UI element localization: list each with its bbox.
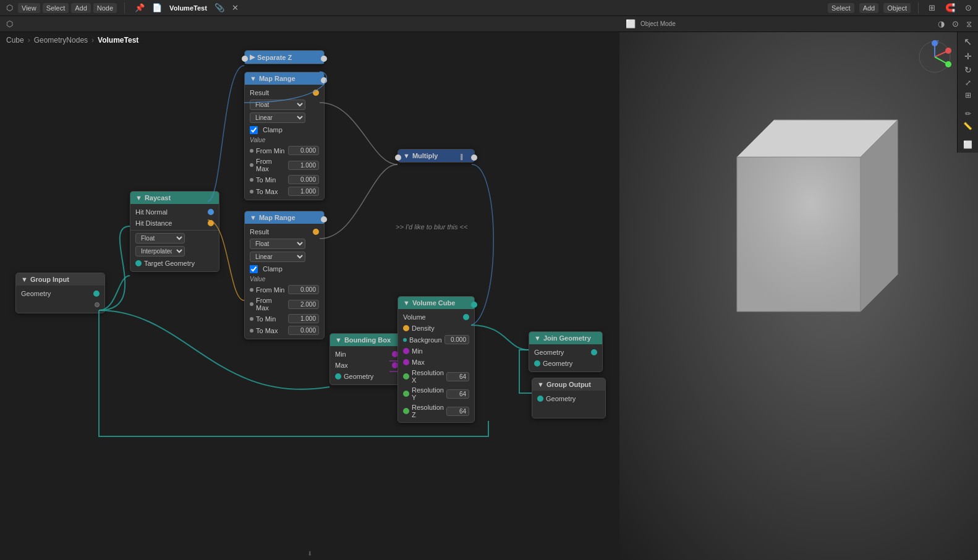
vc-max-label: Max	[412, 358, 469, 366]
from-max-row: From Max 1.000	[245, 156, 324, 174]
vc-resz-label: Resolution Z	[412, 404, 444, 418]
viewport-type-icon[interactable]: ⬜	[623, 18, 638, 30]
scale-tool[interactable]: ⤢	[963, 77, 974, 88]
node-menu[interactable]: Node	[93, 3, 117, 13]
scroll-hint: ⬇	[307, 550, 312, 557]
from-min-socket	[250, 149, 253, 153]
to-max-value[interactable]: 1.000	[288, 187, 319, 196]
result2-label: Result	[250, 228, 310, 235]
select-menu-node[interactable]: Select	[43, 3, 69, 13]
annotate-tool[interactable]: ✏	[963, 108, 974, 119]
measure-tool[interactable]: 📏	[961, 121, 975, 132]
to-max2-value[interactable]: 0.000	[288, 326, 319, 335]
viewport-xray-icon[interactable]: ⧖	[964, 18, 974, 30]
raycast-node: ▼ Raycast Hit Normal Hit Distance Float	[130, 191, 219, 272]
node-editor[interactable]: ⬡ Cube › GeometryNodes › VolumeTest	[0, 16, 619, 560]
divider	[130, 230, 219, 231]
bb-max-label: Max	[335, 362, 389, 369]
editor-type-btn[interactable]: ⬡	[4, 2, 15, 14]
transform-tool[interactable]: ⊞	[963, 90, 974, 101]
vc-bg-value[interactable]: 0.000	[444, 335, 469, 344]
from-min2-row: From Min 0.000	[245, 284, 324, 295]
from-min2-value[interactable]: 0.000	[288, 285, 319, 294]
to-max-label: To Max	[256, 188, 286, 195]
bounding-box-title: Bounding Box	[344, 336, 391, 344]
from-max-value[interactable]: 1.000	[288, 161, 319, 170]
join-geometry-title: Join Geometry	[543, 334, 591, 342]
join-geometry-collapse[interactable]: ▼	[534, 334, 541, 342]
breadcrumb-geometry-nodes[interactable]: GeometryNodes	[34, 36, 88, 45]
multiply-collapse[interactable]: ▼	[403, 152, 410, 159]
node-editor-type-icon[interactable]: ⬡	[4, 18, 15, 30]
to-min2-value[interactable]: 1.000	[288, 314, 319, 323]
interp-select[interactable]: Linear	[250, 112, 305, 123]
volume-cube-node: ▼ Volume Cube Volume Density Backgroun 0…	[398, 296, 475, 423]
float2-select[interactable]: Float	[250, 239, 305, 249]
vc-min-socket	[403, 348, 409, 354]
close-icon[interactable]: ✕	[229, 2, 241, 14]
select-btn-right[interactable]: Select	[828, 3, 854, 13]
cursor-tool[interactable]: ↖	[961, 35, 974, 49]
from-min2-label: From Min	[256, 286, 286, 294]
viewport-shading-solid[interactable]: ◑	[935, 18, 947, 30]
separate-z-title: Separate Z	[257, 54, 292, 61]
raycast-interp-select[interactable]: Interpolated	[135, 246, 185, 257]
go-empty-row	[532, 404, 605, 415]
to-min-value[interactable]: 0.000	[288, 175, 319, 184]
to-max-socket	[250, 190, 253, 193]
target-geo-label: Target Geometry	[144, 260, 214, 267]
raycast-collapse[interactable]: ▼	[135, 194, 142, 202]
global-transform-icon[interactable]: ⊞	[926, 2, 938, 14]
map-range-2-collapse[interactable]: ▼	[250, 214, 257, 221]
volume-cube-title: Volume Cube	[412, 299, 455, 307]
move-tool[interactable]: ✛	[962, 50, 974, 62]
gi-empty-row	[16, 299, 104, 310]
group-output-collapse[interactable]: ▼	[537, 381, 544, 388]
interp2-select[interactable]: Linear	[250, 252, 305, 262]
separate-z-collapse[interactable]: ▶	[250, 53, 255, 61]
result2-row: Result	[245, 226, 324, 237]
clamp2-checkbox[interactable]	[250, 265, 258, 273]
volume-cube-collapse[interactable]: ▼	[403, 299, 410, 307]
group-input-collapse[interactable]: ▼	[21, 276, 28, 283]
rotate-tool[interactable]: ↻	[962, 64, 974, 76]
float-select[interactable]: Float	[250, 100, 305, 110]
vc-resx-value[interactable]: 64	[446, 372, 469, 381]
group-input-header: ▼ Group Input	[16, 273, 104, 286]
object-btn-right[interactable]: Object	[883, 3, 911, 13]
to-max2-socket	[250, 329, 253, 333]
map-range-1-result-socket	[321, 77, 327, 83]
pin2-icon[interactable]: 📎	[212, 2, 227, 14]
add-btn-right[interactable]: Add	[859, 3, 879, 13]
snap-icon[interactable]: 🧲	[943, 2, 958, 14]
add-menu-node[interactable]: Add	[71, 3, 91, 13]
viewport-3d[interactable]: ⬜ Object Mode ◑ ⊙ ⧖	[619, 16, 978, 560]
group-output-header: ▼ Group Output	[532, 378, 605, 391]
divider-2	[918, 2, 919, 14]
view-menu[interactable]: View	[18, 3, 40, 13]
divider-1	[124, 2, 125, 14]
viewport-overlay-icon[interactable]: ⊙	[950, 18, 961, 30]
breadcrumb-cube[interactable]: Cube	[6, 36, 24, 45]
from-max2-label: From Max	[256, 297, 286, 312]
to-min2-row: To Min 1.000	[245, 313, 324, 325]
vc-resz-value[interactable]: 64	[446, 407, 469, 416]
multiply-mode: ∥	[460, 153, 463, 160]
group-input-title: Group Input	[30, 276, 69, 283]
proportional-icon[interactable]: ⊙	[963, 2, 974, 14]
clamp-checkbox[interactable]	[250, 126, 258, 134]
map-range-1-collapse[interactable]: ▼	[250, 75, 257, 82]
bounding-box-collapse[interactable]: ▼	[335, 336, 342, 344]
pin-icon[interactable]: 📌	[132, 2, 147, 14]
side-tool-panel: ↖ ✛ ↻ ⤢ ⊞ ✏ 📏 ⬜	[957, 32, 978, 153]
join-geometry-header: ▼ Join Geometry	[529, 332, 602, 344]
raycast-float-select[interactable]: Float	[135, 233, 185, 244]
from-max2-value[interactable]: 2.000	[288, 300, 319, 309]
nav-gizmo[interactable]: X Y Z	[916, 38, 953, 75]
vc-resy-row: Resolution Y 64	[398, 385, 474, 402]
map-range-1-title: Map Range	[259, 75, 296, 82]
new-file-icon[interactable]: 📄	[150, 2, 164, 14]
vc-resy-value[interactable]: 64	[446, 389, 469, 399]
from-min-value[interactable]: 0.000	[288, 146, 319, 155]
add-cube-tool[interactable]: ⬜	[961, 139, 975, 150]
